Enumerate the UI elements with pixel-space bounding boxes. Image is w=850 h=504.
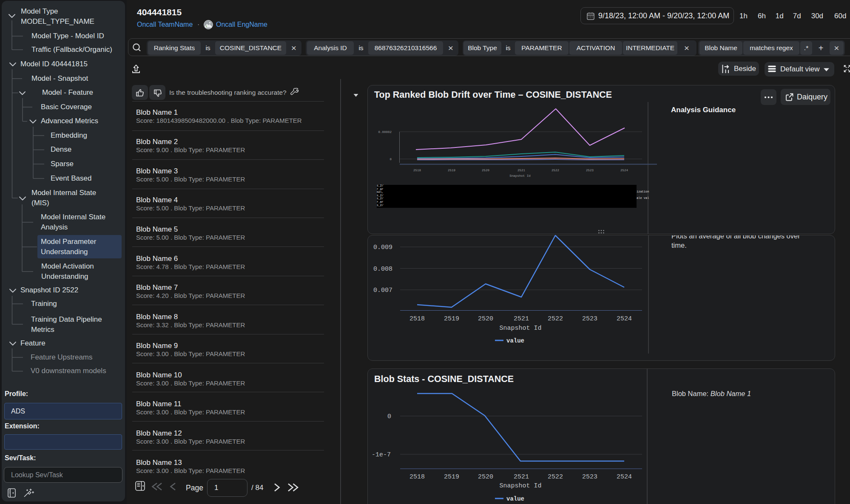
svg-text:2522: 2522 bbox=[548, 315, 563, 323]
svg-text:0.009: 0.009 bbox=[373, 244, 392, 251]
svg-text:2521: 2521 bbox=[514, 473, 529, 481]
svg-text:2519: 2519 bbox=[444, 315, 459, 323]
svg-text:0.007: 0.007 bbox=[373, 287, 392, 294]
svg-text:value: value bbox=[506, 337, 524, 344]
svg-text:2518: 2518 bbox=[409, 473, 425, 481]
svg-text:2520: 2520 bbox=[482, 169, 490, 172]
svg-text:2522: 2522 bbox=[552, 169, 559, 172]
svg-text:2523: 2523 bbox=[582, 473, 597, 481]
svg-text:0: 0 bbox=[387, 413, 391, 420]
svg-text:2524: 2524 bbox=[620, 169, 628, 172]
svg-text:2521: 2521 bbox=[517, 169, 526, 172]
svg-text:2522: 2522 bbox=[548, 473, 563, 481]
svg-text:2520: 2520 bbox=[478, 473, 493, 481]
svg-text:2521: 2521 bbox=[514, 315, 529, 323]
svg-text:0.008: 0.008 bbox=[373, 266, 392, 273]
svg-text:2518: 2518 bbox=[409, 315, 425, 323]
svg-text:0: 0 bbox=[389, 158, 392, 161]
svg-text:2519: 2519 bbox=[444, 473, 459, 481]
svg-text:value: value bbox=[506, 496, 524, 502]
svg-text:Snapshot Id: Snapshot Id bbox=[499, 325, 541, 332]
svg-text:2524: 2524 bbox=[617, 315, 632, 323]
svg-text:2519: 2519 bbox=[448, 169, 455, 172]
svg-text:-1e-7: -1e-7 bbox=[372, 451, 391, 459]
svg-text:2523: 2523 bbox=[586, 169, 594, 172]
svg-text:Snapshot Id: Snapshot Id bbox=[509, 174, 531, 178]
svg-text:2523: 2523 bbox=[582, 315, 597, 323]
svg-text:2524: 2524 bbox=[617, 473, 632, 481]
svg-text:Snapshot Id: Snapshot Id bbox=[499, 482, 541, 490]
svg-text:2518: 2518 bbox=[413, 169, 421, 172]
svg-text:2520: 2520 bbox=[478, 315, 493, 323]
svg-text:0.00002: 0.00002 bbox=[378, 130, 392, 134]
